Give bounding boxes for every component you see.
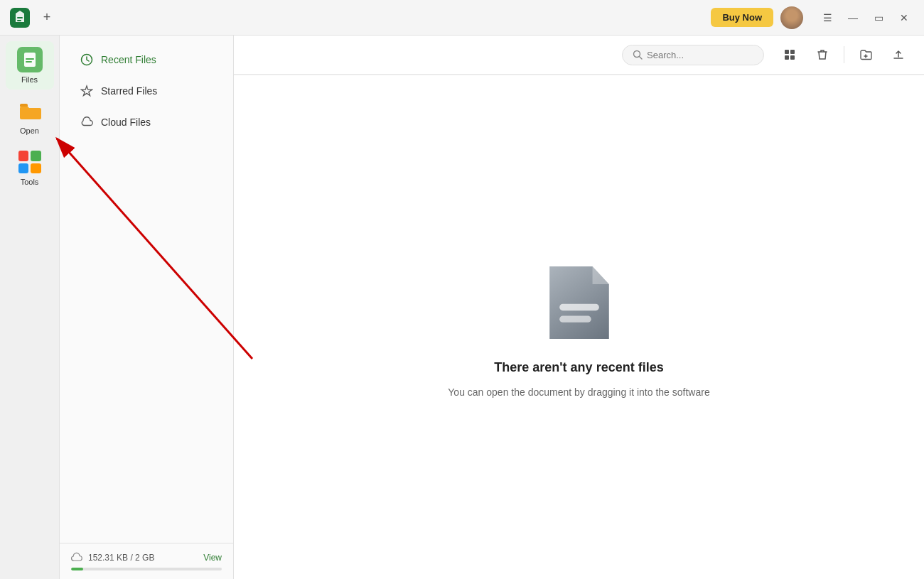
nav-footer: 152.31 KB / 2 GB View xyxy=(60,543,233,579)
buy-now-button[interactable]: Buy Now xyxy=(711,8,773,27)
nav-item-recent-label: Recent Files xyxy=(101,54,156,65)
search-icon xyxy=(633,50,643,60)
sidebar-item-files[interactable]: Files xyxy=(6,41,54,90)
svg-rect-10 xyxy=(790,50,795,54)
nav-item-cloud[interactable]: Cloud Files xyxy=(65,108,227,136)
storage-bar xyxy=(71,568,222,570)
storage-bar-fill xyxy=(71,568,83,570)
hamburger-button[interactable]: ☰ xyxy=(816,6,839,29)
empty-state: There aren't any recent files You can op… xyxy=(234,75,924,579)
grid-icon xyxy=(783,48,796,61)
sidebar-item-files-label: Files xyxy=(21,75,38,84)
maximize-button[interactable]: ▭ xyxy=(867,6,890,29)
svg-rect-12 xyxy=(790,55,795,60)
nav-item-starred[interactable]: Starred Files xyxy=(65,77,227,105)
storage-info: 152.31 KB / 2 GB View xyxy=(71,552,222,563)
toolbar-actions xyxy=(778,43,910,66)
minimize-button[interactable]: — xyxy=(842,6,864,29)
title-bar-right: Buy Now ☰ — ▭ ✕ xyxy=(711,6,915,29)
toolbar-divider xyxy=(844,46,844,63)
view-link[interactable]: View xyxy=(203,553,222,563)
sidebar-item-tools[interactable]: Tools xyxy=(6,144,54,192)
search-input[interactable] xyxy=(647,50,746,60)
svg-rect-2 xyxy=(17,20,21,21)
close-button[interactable]: ✕ xyxy=(893,6,915,29)
star-icon xyxy=(80,84,94,98)
new-folder-icon xyxy=(859,48,872,61)
icon-sidebar: Files Open Tools xyxy=(0,36,60,579)
nav-sidebar: Recent Files Starred Files Cloud Files xyxy=(60,36,234,579)
svg-rect-6 xyxy=(26,61,32,63)
svg-rect-5 xyxy=(26,58,34,60)
nav-item-cloud-label: Cloud Files xyxy=(101,117,151,128)
empty-subtitle: You can open the document by dragging it… xyxy=(448,386,709,398)
title-bar-left: + xyxy=(9,6,57,29)
storage-text: 152.31 KB / 2 GB xyxy=(88,553,154,563)
svg-rect-1 xyxy=(17,17,23,18)
app-logo xyxy=(9,6,31,29)
grid-view-button[interactable] xyxy=(778,43,801,66)
empty-state-icon xyxy=(533,256,625,349)
svg-rect-9 xyxy=(785,50,789,54)
main-layout: Files Open Tools xyxy=(0,36,924,579)
sidebar-item-tools-label: Tools xyxy=(21,178,39,186)
sidebar-item-open-label: Open xyxy=(20,126,39,135)
sidebar-item-open[interactable]: Open xyxy=(6,92,54,141)
tools-icon xyxy=(17,149,43,175)
trash-button[interactable] xyxy=(811,43,834,66)
nav-item-starred-label: Starred Files xyxy=(101,85,157,97)
new-tab-button[interactable]: + xyxy=(37,8,57,28)
new-folder-button[interactable] xyxy=(854,43,877,66)
toolbar xyxy=(234,36,924,75)
svg-rect-11 xyxy=(785,55,789,60)
search-box[interactable] xyxy=(622,45,764,65)
main-content: There aren't any recent files You can op… xyxy=(234,36,924,579)
clock-icon xyxy=(80,53,94,67)
avatar[interactable] xyxy=(780,6,803,29)
svg-rect-13 xyxy=(559,304,599,310)
title-bar: + Buy Now ☰ — ▭ ✕ xyxy=(0,0,924,36)
trash-icon xyxy=(816,48,829,61)
window-controls: ☰ — ▭ ✕ xyxy=(816,6,915,29)
svg-rect-14 xyxy=(559,316,591,323)
upload-icon xyxy=(892,48,905,61)
nav-item-recent[interactable]: Recent Files xyxy=(65,45,227,74)
cloud-storage-icon xyxy=(71,552,82,563)
files-icon xyxy=(17,47,43,72)
upload-button[interactable] xyxy=(887,43,910,66)
cloud-icon xyxy=(80,115,94,129)
open-icon xyxy=(17,98,43,124)
empty-title: There aren't any recent files xyxy=(494,360,663,375)
